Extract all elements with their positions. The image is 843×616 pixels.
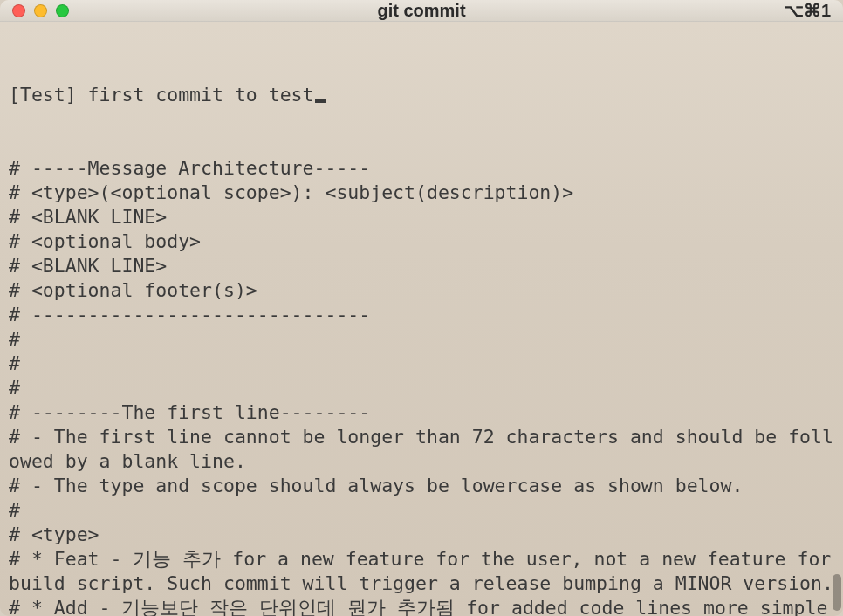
comment-line: # - The type and scope should always be … [9,474,834,498]
window-title: git commit [0,1,843,21]
comment-line: # - The first line cannot be longer than… [9,425,834,474]
commit-template-comments: # -----Message Architecture-----# <type>… [9,156,834,616]
scrollbar-thumb[interactable] [833,574,841,611]
text-cursor-icon [315,99,326,103]
comment-line: # <optional footer(s)> [9,278,834,303]
traffic-lights [12,4,69,17]
comment-line: # <BLANK LINE> [9,254,834,278]
editor-viewport[interactable]: [Test] first commit to test # -----Messa… [0,22,843,616]
tab-shortcut-label: ⌥⌘1 [784,0,831,21]
comment-line: # ------------------------------ [9,303,834,327]
comment-line: # [9,376,834,400]
terminal-window: git commit ⌥⌘1 [Test] first commit to te… [0,0,843,616]
comment-line: # [9,352,834,376]
commit-subject-line[interactable]: [Test] first commit to test [9,83,834,107]
comment-line: # * Add - 기능보단 작은 단위인데 뭔가 추가됨 for added … [9,596,834,616]
commit-subject-text: [Test] first commit to test [9,84,314,106]
comment-line: # -----Message Architecture----- [9,156,834,181]
comment-line: # [9,327,834,352]
comment-line: # <type>(<optional scope>): <subject(des… [9,181,834,205]
zoom-icon[interactable] [56,4,69,17]
comment-line: # <optional body> [9,229,834,254]
minimize-icon[interactable] [34,4,47,17]
comment-line: # --------The first line-------- [9,400,834,425]
comment-line: # * Feat - 기능 추가 for a new feature for t… [9,547,834,596]
comment-line: # <BLANK LINE> [9,205,834,229]
titlebar: git commit ⌥⌘1 [0,0,843,22]
comment-line: # <type> [9,523,834,547]
close-icon[interactable] [12,4,25,17]
comment-line: # [9,498,834,523]
